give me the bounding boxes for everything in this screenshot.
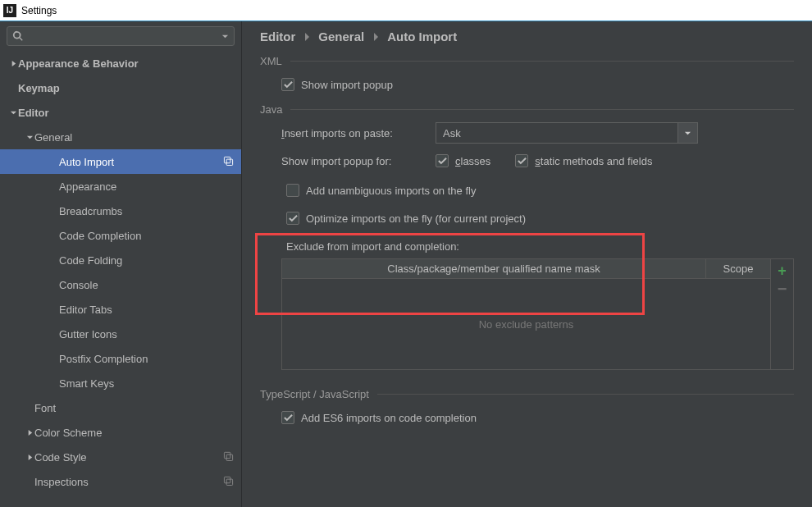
classes-label: classes bbox=[455, 155, 490, 167]
tree-item-appearance[interactable]: Appearance bbox=[0, 174, 241, 199]
chevron-right-icon bbox=[372, 30, 379, 43]
tree-item-general[interactable]: General bbox=[0, 125, 241, 149]
es6-imports-label: Add ES6 imports on code completion bbox=[301, 412, 477, 424]
optimize-label: Optimize imports on the fly (for current… bbox=[306, 212, 526, 225]
es6-imports-checkbox[interactable] bbox=[281, 411, 294, 424]
optimize-checkbox[interactable] bbox=[286, 212, 299, 225]
tree-item-font[interactable]: Font bbox=[0, 395, 241, 420]
section-label: Java bbox=[260, 103, 282, 116]
tree-item-label: Console bbox=[59, 279, 235, 291]
project-scope-icon bbox=[223, 450, 235, 464]
app-icon: IJ bbox=[3, 4, 16, 17]
tree-item-label: Keymap bbox=[18, 82, 235, 94]
tree-item-console[interactable]: Console bbox=[0, 272, 241, 297]
tree-item-appearance-behavior[interactable]: Appearance & Behavior bbox=[0, 51, 241, 75]
tree-item-postfix-completion[interactable]: Postfix Completion bbox=[0, 346, 241, 371]
tree-item-label: Smart Keys bbox=[59, 377, 235, 390]
chevron-down-icon bbox=[677, 123, 697, 143]
tree-item-label: Font bbox=[34, 402, 235, 414]
tree-item-editor[interactable]: Editor bbox=[0, 100, 241, 125]
breadcrumb-item[interactable]: Editor bbox=[260, 30, 295, 43]
svg-rect-0 bbox=[224, 157, 230, 162]
section-ts: TypeScript / JavaScript bbox=[260, 388, 794, 400]
window-titlebar: IJ Settings bbox=[0, 0, 812, 21]
tree-item-breadcrumbs[interactable]: Breadcrumbs bbox=[0, 199, 241, 223]
unambiguous-label: Add unambiguous imports on the fly bbox=[306, 185, 476, 197]
tree-item-editor-tabs[interactable]: Editor Tabs bbox=[0, 297, 241, 322]
static-label: static methods and fields bbox=[535, 155, 652, 167]
exclude-col-name[interactable]: Class/package/member qualified name mask bbox=[282, 259, 706, 278]
unambiguous-checkbox[interactable] bbox=[286, 184, 299, 197]
tree-item-code-completion[interactable]: Code Completion bbox=[0, 223, 241, 248]
exclude-table: Class/package/member qualified name mask… bbox=[281, 258, 794, 370]
settings-main-panel: Editor General Auto Import XML Show impo… bbox=[242, 21, 812, 507]
static-checkbox[interactable] bbox=[515, 154, 528, 167]
svg-rect-1 bbox=[226, 159, 232, 165]
tree-item-code-style[interactable]: Code Style bbox=[0, 445, 241, 469]
svg-rect-3 bbox=[226, 454, 232, 460]
tree-item-keymap[interactable]: Keymap bbox=[0, 75, 241, 100]
tree-item-label: Code Style bbox=[34, 451, 223, 464]
exclude-empty-text: No exclude patterns bbox=[282, 279, 770, 369]
show-popup-for-label: Show import popup for: bbox=[281, 155, 429, 167]
breadcrumb-item: Auto Import bbox=[387, 30, 457, 43]
project-scope-icon bbox=[223, 155, 235, 168]
tree-arrow-icon bbox=[8, 109, 18, 116]
tree-item-label: Editor Tabs bbox=[59, 304, 235, 316]
tree-arrow-icon bbox=[25, 454, 34, 461]
settings-search-input[interactable] bbox=[7, 26, 235, 46]
tree-item-label: Appearance bbox=[59, 180, 235, 193]
search-icon bbox=[12, 30, 24, 42]
section-label: TypeScript / JavaScript bbox=[260, 388, 369, 400]
remove-exclude-button[interactable]: − bbox=[778, 285, 787, 293]
tree-item-inspections[interactable]: Inspections bbox=[0, 469, 241, 494]
tree-item-auto-import[interactable]: Auto Import bbox=[0, 149, 241, 174]
tree-item-label: Auto Import bbox=[59, 156, 223, 168]
insert-imports-select[interactable]: Ask bbox=[436, 122, 698, 144]
tree-arrow-icon bbox=[25, 429, 34, 436]
tree-item-label: Inspections bbox=[34, 476, 223, 488]
settings-sidebar: Appearance & BehaviorKeymapEditorGeneral… bbox=[0, 21, 242, 507]
show-import-popup-label: Show import popup bbox=[301, 79, 393, 91]
window-title: Settings bbox=[21, 5, 57, 16]
classes-checkbox[interactable] bbox=[436, 154, 449, 167]
exclude-label: Exclude from import and completion: bbox=[286, 240, 459, 253]
tree-arrow-icon bbox=[8, 60, 18, 67]
section-label: XML bbox=[260, 55, 282, 67]
tree-item-label: Appearance & Behavior bbox=[18, 57, 235, 70]
select-value: Ask bbox=[436, 123, 677, 143]
tree-item-color-scheme[interactable]: Color Scheme bbox=[0, 420, 241, 445]
chevron-right-icon bbox=[303, 30, 310, 43]
svg-rect-4 bbox=[224, 477, 230, 482]
tree-item-label: Breadcrumbs bbox=[59, 205, 235, 217]
svg-rect-5 bbox=[226, 479, 232, 485]
tree-item-label: General bbox=[34, 131, 235, 144]
tree-arrow-icon bbox=[25, 134, 34, 141]
tree-item-label: Code Completion bbox=[59, 230, 235, 242]
tree-item-gutter-icons[interactable]: Gutter Icons bbox=[0, 322, 241, 346]
insert-imports-label: Insert imports on paste: bbox=[281, 127, 429, 139]
tree-item-code-folding[interactable]: Code Folding bbox=[0, 248, 241, 272]
tree-item-label: Postfix Completion bbox=[59, 353, 235, 365]
section-java: Java bbox=[260, 103, 794, 116]
tree-item-label: Code Folding bbox=[59, 254, 235, 267]
add-exclude-button[interactable]: + bbox=[778, 263, 787, 280]
settings-tree: Appearance & BehaviorKeymapEditorGeneral… bbox=[0, 49, 241, 507]
tree-item-label: Color Scheme bbox=[34, 427, 235, 439]
breadcrumb-item[interactable]: General bbox=[318, 30, 364, 43]
tree-item-label: Editor bbox=[18, 107, 235, 119]
tree-item-label: Gutter Icons bbox=[59, 328, 235, 340]
tree-item-smart-keys[interactable]: Smart Keys bbox=[0, 371, 241, 395]
section-xml: XML bbox=[260, 55, 794, 67]
chevron-down-icon bbox=[221, 33, 229, 40]
show-import-popup-checkbox[interactable] bbox=[281, 78, 294, 91]
exclude-col-scope[interactable]: Scope bbox=[706, 259, 770, 278]
project-scope-icon bbox=[223, 475, 235, 488]
breadcrumb: Editor General Auto Import bbox=[260, 30, 794, 43]
svg-rect-2 bbox=[224, 452, 230, 458]
